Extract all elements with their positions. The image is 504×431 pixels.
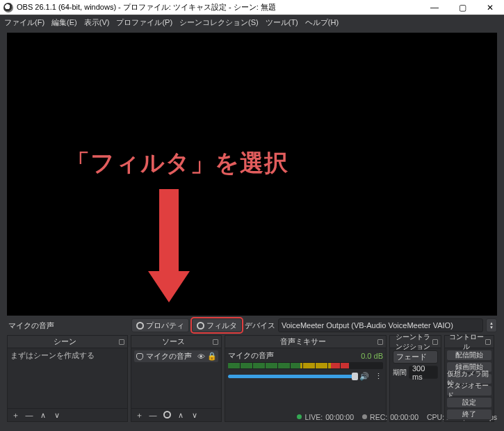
filter-button-label: フィルタ	[206, 320, 237, 331]
obs-app: ファイル(F) 編集(E) 表示(V) プロファイル(P) シーンコレクション(…	[0, 15, 504, 431]
start-stream-label: 配信開始	[455, 350, 483, 360]
settings-label: 設定	[462, 398, 476, 407]
sources-toolbar: ＋ — ∧ ∨	[131, 408, 221, 421]
scenes-dock-title: シーン	[10, 336, 119, 347]
studio-mode-button[interactable]: スタジオモード	[446, 385, 492, 396]
dock-grip-icon[interactable]	[377, 339, 383, 345]
preview-area[interactable]	[7, 33, 497, 316]
properties-button-label: プロパティ	[146, 320, 184, 331]
mixer-channel: マイクの音声 0.0 dB 🔊 ⋮	[228, 350, 383, 381]
transition-select-value: フェード	[396, 352, 427, 362]
source-item-label: マイクの音声	[146, 351, 194, 361]
selected-source-label: マイクの音声	[7, 320, 54, 331]
sources-down-button[interactable]: ∨	[190, 411, 200, 420]
scenes-toolbar: ＋ — ∧ ∨	[8, 408, 127, 421]
settings-button[interactable]: 設定	[446, 397, 492, 408]
menu-view[interactable]: 表示(V)	[81, 16, 113, 29]
transitions-dock: シーントランジション フェード 期間 300 ms	[389, 335, 441, 422]
sources-gear-button[interactable]	[162, 411, 172, 420]
device-field-label: デバイス	[245, 320, 275, 331]
dock-grip-icon[interactable]	[432, 339, 438, 345]
mixer-dock-title: 音声ミキサー	[228, 336, 377, 347]
sources-dock-title: ソース	[134, 336, 213, 347]
properties-button[interactable]: プロパティ	[131, 318, 189, 332]
mixer-volume-slider[interactable]	[228, 375, 355, 378]
transition-duration-field[interactable]: 300 ms	[409, 366, 438, 379]
mic-icon	[136, 353, 143, 360]
sources-dock: ソース マイクの音声 👁 🔒 ＋ — ∧ ∨	[131, 335, 222, 422]
menu-file[interactable]: ファイル(F)	[1, 16, 47, 29]
scenes-list[interactable]: まずはシーンを作成する	[8, 348, 127, 408]
device-select[interactable]: VoiceMeeter Output (VB-Audio VoiceMeeter…	[278, 318, 483, 332]
window-maximize-button[interactable]: ▢	[448, 0, 476, 15]
gear-icon	[136, 322, 144, 330]
mixer-meter	[228, 362, 383, 369]
mixer-more-button[interactable]: ⋮	[373, 371, 383, 381]
filter-button[interactable]: フィルタ	[192, 318, 242, 332]
transition-duration-value: 300 ms	[412, 364, 434, 381]
menu-help[interactable]: ヘルプ(H)	[302, 16, 341, 29]
mixer-channel-name: マイクの音声	[228, 350, 274, 361]
sources-list[interactable]: マイクの音声 👁 🔒	[131, 348, 221, 408]
menu-tools[interactable]: ツール(T)	[263, 16, 301, 29]
device-spin[interactable]: ▲▼	[486, 318, 497, 332]
mixer-channel-level: 0.0 dB	[361, 352, 383, 360]
transition-duration-label: 期間	[393, 368, 407, 377]
gear-icon	[163, 411, 171, 418]
scenes-add-button[interactable]: ＋	[10, 410, 20, 421]
filter-icon	[197, 322, 204, 330]
exit-label: 終了	[462, 409, 476, 419]
source-item[interactable]: マイクの音声 👁 🔒	[134, 350, 218, 362]
obs-logo-icon	[3, 3, 13, 13]
speaker-icon[interactable]: 🔊	[359, 371, 369, 381]
scenes-remove-button[interactable]: —	[24, 411, 34, 419]
menu-edit[interactable]: 編集(E)	[49, 16, 80, 29]
start-stream-button[interactable]: 配信開始	[446, 350, 492, 361]
controls-dock: コントロール 配信開始 録画開始 仮想カメラ開始 スタジオモード 設定 終了	[444, 335, 494, 422]
source-header-bar: マイクの音声 プロパティ フィルタ デバイス VoiceMeeter Outpu…	[7, 318, 497, 332]
scenes-up-button[interactable]: ∧	[38, 411, 48, 420]
visibility-toggle[interactable]: 👁	[197, 352, 205, 361]
device-select-value: VoiceMeeter Output (VB-Audio VoiceMeeter…	[282, 321, 453, 330]
transition-select[interactable]: フェード	[393, 350, 438, 364]
menu-scenes[interactable]: シーンコレクション(S)	[177, 16, 261, 29]
sources-add-button[interactable]: ＋	[134, 410, 144, 421]
dock-grip-icon[interactable]	[485, 339, 491, 345]
exit-button[interactable]: 終了	[446, 409, 492, 420]
dock-grip-icon[interactable]	[213, 339, 218, 345]
scenes-dock: シーン まずはシーンを作成する ＋ — ∧ ∨	[7, 335, 128, 422]
menu-bar: ファイル(F) 編集(E) 表示(V) プロファイル(P) シーンコレクション(…	[0, 15, 504, 29]
window-title: OBS 26.1.1 (64-bit, windows) - プロファイル: ツ…	[17, 2, 421, 13]
dock-row: シーン まずはシーンを作成する ＋ — ∧ ∨ ソース マイクの音声 👁 🔒	[7, 335, 497, 409]
sources-up-button[interactable]: ∧	[176, 411, 186, 420]
scenes-down-button[interactable]: ∨	[52, 411, 62, 420]
lock-toggle[interactable]: 🔒	[208, 352, 216, 361]
window-close-button[interactable]: ✕	[476, 0, 504, 15]
sources-remove-button[interactable]: —	[148, 411, 158, 419]
menu-profile[interactable]: プロファイル(P)	[113, 16, 175, 29]
scenes-placeholder: まずはシーンを作成する	[10, 351, 95, 359]
window-titlebar: OBS 26.1.1 (64-bit, windows) - プロファイル: ツ…	[0, 0, 504, 15]
dock-grip-icon[interactable]	[119, 339, 124, 345]
window-minimize-button[interactable]: —	[421, 0, 448, 15]
mixer-dock: 音声ミキサー マイクの音声 0.0 dB 🔊 ⋮	[225, 335, 387, 422]
